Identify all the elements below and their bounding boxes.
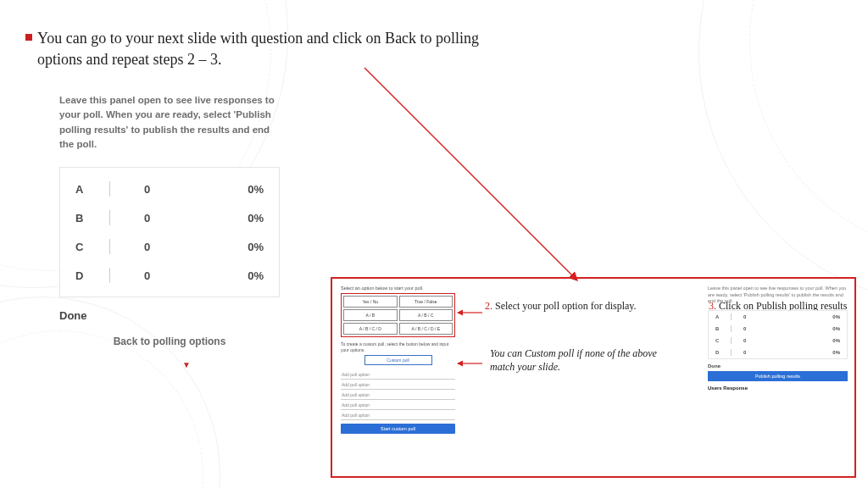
step-text: Select your poll option for display.: [492, 300, 637, 312]
triangle-down-icon: ▼: [182, 360, 191, 369]
poll-option-button[interactable]: A / B / C / D: [343, 323, 398, 335]
table-row: A 0 0%: [60, 175, 279, 203]
percent: 0%: [221, 241, 264, 253]
option-label: B: [715, 326, 731, 331]
divider: [731, 313, 732, 320]
done-label: Done: [708, 363, 848, 369]
poll-option-button[interactable]: A / B / C: [399, 309, 453, 321]
divider: [109, 210, 110, 225]
count: 0: [743, 338, 820, 343]
count: 0: [743, 350, 820, 355]
divider: [731, 325, 732, 332]
percent: 0%: [820, 314, 840, 319]
add-poll-option-input[interactable]: Add poll option: [341, 400, 455, 410]
percent: 0%: [221, 183, 264, 196]
count: 0: [144, 212, 221, 225]
results-table: A 0 0% B 0 0% C 0 0% D 0 0%: [59, 167, 280, 297]
table-row: B 0 0%: [60, 203, 279, 232]
divider: [731, 349, 732, 356]
table-row: A00%: [709, 311, 847, 323]
publish-results-panel: Leave this panel open to see live respon…: [708, 286, 848, 391]
svg-line-2: [364, 68, 576, 280]
users-response-label: Users Response: [708, 385, 848, 391]
poll-options-panel: Select an option below to start your pol…: [341, 286, 455, 434]
percent: 0%: [820, 350, 840, 355]
poll-option-button[interactable]: A / B: [343, 309, 398, 321]
percent: 0%: [221, 212, 264, 225]
divider: [731, 337, 732, 344]
count: 0: [743, 314, 820, 319]
add-poll-option-input[interactable]: Add poll option: [341, 410, 455, 420]
count: 0: [743, 326, 820, 331]
publish-polling-results-button[interactable]: Publish polling results: [708, 371, 848, 381]
option-label: D: [715, 350, 731, 355]
count: 0: [144, 183, 221, 196]
add-poll-option-input[interactable]: Add poll option: [341, 369, 455, 380]
table-row: C 0 0%: [60, 232, 279, 261]
custom-poll-hint: To create a custom poll, select the butt…: [341, 341, 455, 352]
count: 0: [144, 241, 221, 253]
option-label: C: [715, 338, 731, 343]
poll-option-button[interactable]: Yes / No: [343, 296, 398, 308]
bullet-text: You can go to your next slide with quest…: [37, 28, 500, 70]
option-label: A: [75, 183, 109, 196]
percent: 0%: [221, 269, 264, 282]
option-label: A: [715, 314, 731, 319]
percent: 0%: [820, 326, 840, 331]
bullet-icon: [25, 34, 32, 41]
table-row: D 0 0%: [60, 261, 279, 290]
count: 0: [144, 269, 221, 282]
poll-option-button[interactable]: True / False: [399, 296, 453, 308]
divider: [109, 268, 110, 283]
add-poll-option-input[interactable]: Add poll option: [341, 390, 455, 400]
table-row: B00%: [709, 323, 847, 335]
poll-option-grid: Yes / No True / False A / B A / B / C A …: [341, 293, 455, 337]
panel-description: Leave this panel open to see live respon…: [708, 286, 848, 305]
panel-header: Select an option below to start your pol…: [341, 286, 455, 291]
add-poll-option-input[interactable]: Add poll option: [341, 380, 455, 390]
table-row: D00%: [709, 347, 847, 358]
highlighted-steps-box: Select an option below to start your pol…: [331, 277, 856, 478]
results-table: A00% B00% C00% D00%: [708, 310, 848, 359]
step-2-note: You can Custom poll if none of the above…: [490, 347, 668, 374]
option-label: C: [75, 241, 109, 253]
panel-description: Leave this panel open to see live respon…: [59, 93, 280, 152]
step-number: 2.: [485, 300, 492, 312]
divider: [109, 181, 110, 197]
option-label: D: [75, 269, 109, 282]
live-results-panel: Leave this panel open to see live respon…: [59, 93, 280, 347]
divider: [109, 239, 110, 254]
done-label: Done: [59, 309, 280, 322]
option-label: B: [75, 212, 109, 225]
step-2-text: 2. Select your poll option for display.: [485, 299, 654, 313]
back-to-polling-link[interactable]: Back to polling options: [59, 336, 280, 347]
custom-poll-button[interactable]: Custom poll: [364, 355, 432, 365]
percent: 0%: [820, 338, 840, 343]
poll-option-button[interactable]: A / B / C / D / E: [399, 323, 453, 335]
table-row: C00%: [709, 335, 847, 347]
slide-bullet: You can go to your next slide with quest…: [25, 28, 500, 70]
start-custom-poll-button[interactable]: Start custom poll: [341, 424, 455, 434]
